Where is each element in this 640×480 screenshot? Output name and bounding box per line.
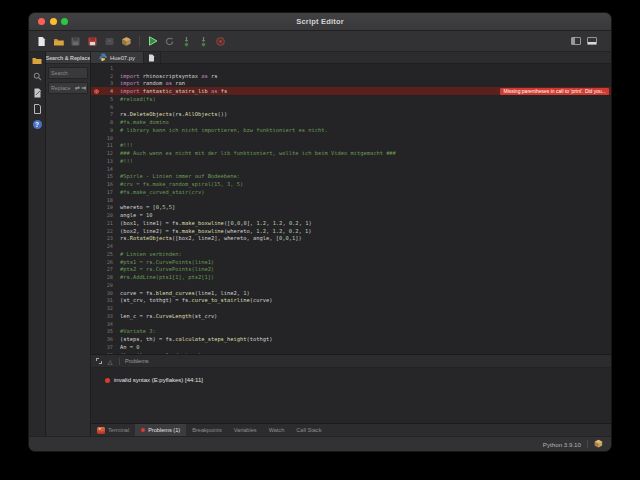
- line-number: 19: [101, 204, 113, 210]
- code-line-26[interactable]: 26#pts1 = rs.CurvePoints(line1): [91, 258, 611, 266]
- search-icon[interactable]: [32, 71, 43, 82]
- code-line-10[interactable]: 10: [91, 134, 611, 142]
- code-text: rs.DeleteObjects(rs.AllObjects()): [113, 111, 227, 117]
- code-text: An = 0: [113, 344, 139, 350]
- code-line-38[interactable]: 38#l = (len_c - An / steps): [91, 351, 611, 354]
- error-gutter[interactable]: [91, 89, 101, 94]
- code-line-17[interactable]: 17#fs.make_curved_stair(crv): [91, 188, 611, 196]
- code-line-21[interactable]: 21(box1, line1) = fs.make_boxwline([0,0,…: [91, 219, 611, 227]
- bottom-tab-label: Terminal: [108, 427, 129, 433]
- code-line-20[interactable]: 20angle = 10: [91, 211, 611, 219]
- line-number: 20: [101, 212, 113, 218]
- code-line-30[interactable]: 30curve = fs.blend_curves(line1, line2, …: [91, 289, 611, 297]
- code-line-24[interactable]: 24: [91, 242, 611, 250]
- problem-item[interactable]: invalid syntax (E:pyflakes) [44:11]: [105, 377, 611, 383]
- line-number: 17: [101, 189, 113, 195]
- restart-icon[interactable]: [163, 35, 176, 48]
- folder-icon[interactable]: [32, 55, 43, 66]
- title-bar[interactable]: Script Editor: [29, 13, 611, 31]
- publish-icon[interactable]: [103, 35, 116, 48]
- code-line-34[interactable]: 34: [91, 320, 611, 328]
- code-line-36[interactable]: 36(steps, th) = fs.calculate_steps_heigh…: [91, 335, 611, 343]
- replace-all-icon[interactable]: ⇉: [81, 85, 86, 91]
- bottom-tab-call-stack[interactable]: Call Stack: [290, 424, 327, 436]
- bottom-tab-watch[interactable]: Watch: [263, 424, 291, 436]
- code-line-29[interactable]: 29: [91, 281, 611, 289]
- code-line-1[interactable]: 1: [91, 64, 611, 72]
- code-line-2[interactable]: 2import rhinoscriptsyntax as rs: [91, 72, 611, 80]
- search-field-wrap: [48, 67, 88, 79]
- traffic-lights: [38, 18, 68, 25]
- code-text: #Variate 3:: [113, 328, 156, 334]
- code-line-31[interactable]: 31(st_crv, tothgt) = fs.curve_to_stairli…: [91, 297, 611, 305]
- open-folder-icon[interactable]: [52, 35, 65, 48]
- code-line-37[interactable]: 37An = 0: [91, 343, 611, 351]
- line-number: 10: [101, 135, 113, 141]
- document-icon[interactable]: [32, 103, 43, 114]
- line-number: 6: [101, 104, 113, 110]
- toggle-panel-icon[interactable]: [587, 37, 597, 45]
- code-line-19[interactable]: 19whereto = [0,5,5]: [91, 204, 611, 212]
- code-line-25[interactable]: 25# Linien verbinden:: [91, 250, 611, 258]
- code-line-28[interactable]: 28#rs.AddLine(pts1[1], pts2[1]): [91, 273, 611, 281]
- search-replace-header[interactable]: Search & Replace: [46, 52, 90, 64]
- code-line-32[interactable]: 32: [91, 304, 611, 312]
- bottom-tab-breakpoints[interactable]: Breakpoints: [186, 424, 228, 436]
- code-line-13[interactable]: 13#!!!: [91, 157, 611, 165]
- new-file-icon[interactable]: [35, 35, 48, 48]
- step-over-icon[interactable]: [197, 35, 210, 48]
- code-line-35[interactable]: 35#Variate 3:: [91, 328, 611, 336]
- problem-text: invalid syntax (E:pyflakes) [44:11]: [114, 377, 203, 383]
- code-editor[interactable]: 12import rhinoscriptsyntax as rs3import …: [91, 64, 611, 354]
- warning-triangle-icon[interactable]: △: [106, 357, 114, 365]
- close-button[interactable]: [38, 18, 45, 25]
- stop-icon[interactable]: [214, 35, 227, 48]
- save-as-icon[interactable]: [86, 35, 99, 48]
- layout-toggles: [571, 37, 597, 45]
- code-line-33[interactable]: 33len_c = rs.CurveLength(st_crv): [91, 312, 611, 320]
- line-number: 13: [101, 158, 113, 164]
- minimize-button[interactable]: [50, 18, 57, 25]
- code-text: ### Auch wenn es nicht mit der lib funkt…: [113, 150, 396, 156]
- toggle-sidebar-icon[interactable]: [571, 37, 581, 45]
- search-input[interactable]: [49, 70, 87, 76]
- line-number: 2: [101, 73, 113, 79]
- new-tab-button[interactable]: [144, 52, 161, 63]
- code-line-23[interactable]: 23rs.RotateObjects([box2, line2], wheret…: [91, 235, 611, 243]
- bottom-tab-problems-1[interactable]: Problems (1): [135, 424, 186, 436]
- code-text: #l = (len_c - An / steps): [113, 352, 201, 354]
- bottom-tab-variables[interactable]: Variables: [228, 424, 263, 436]
- line-number: 4: [101, 88, 113, 94]
- code-line-8[interactable]: 8#fs.make_domino: [91, 118, 611, 126]
- package-icon[interactable]: [120, 35, 133, 48]
- bottom-tab-label: Breakpoints: [192, 427, 222, 433]
- code-line-3[interactable]: 3import random as ran: [91, 80, 611, 88]
- tab-hue07-py[interactable]: Hue07.py: [91, 52, 144, 63]
- save-icon[interactable]: [69, 35, 82, 48]
- code-line-15[interactable]: 15#Spirle - Linien immer auf Bodeebene:: [91, 173, 611, 181]
- code-line-7[interactable]: 7rs.DeleteObjects(rs.AllObjects()): [91, 111, 611, 119]
- code-line-6[interactable]: 6: [91, 103, 611, 111]
- code-line-18[interactable]: 18: [91, 196, 611, 204]
- code-line-4[interactable]: 4import fantastic_stairs_lib as fsMissin…: [91, 87, 611, 95]
- selection-icon[interactable]: [95, 357, 103, 365]
- python-version[interactable]: Python 3.9.10: [543, 441, 581, 448]
- replace-field-wrap: ⇄ ⇉: [48, 82, 88, 94]
- code-line-14[interactable]: 14: [91, 165, 611, 173]
- package-manager-icon[interactable]: [594, 439, 603, 449]
- code-line-27[interactable]: 27#pts2 = rs.CurvePoints(line2): [91, 266, 611, 274]
- help-icon[interactable]: ?: [32, 119, 43, 130]
- code-line-11[interactable]: 11#!!!: [91, 142, 611, 150]
- step-into-icon[interactable]: [180, 35, 193, 48]
- code-line-22[interactable]: 22(box2, line2) = fs.make_boxwline(where…: [91, 227, 611, 235]
- zoom-button[interactable]: [61, 18, 68, 25]
- code-line-12[interactable]: 12### Auch wenn es nicht mit der lib fun…: [91, 149, 611, 157]
- script-icon[interactable]: [32, 87, 43, 98]
- code-line-16[interactable]: 16#crv = fs.make_random_spiral(15, 3, 5): [91, 180, 611, 188]
- replace-one-icon[interactable]: ⇄: [75, 85, 80, 91]
- run-icon[interactable]: [146, 35, 159, 48]
- code-line-9[interactable]: 9# library kann ich nicht importieren, b…: [91, 126, 611, 134]
- bottom-tab-terminal[interactable]: >_Terminal: [91, 424, 135, 436]
- search-replace-panel: Search & Replace ⇄ ⇉: [46, 52, 91, 436]
- code-line-5[interactable]: 5#reload(fs): [91, 95, 611, 103]
